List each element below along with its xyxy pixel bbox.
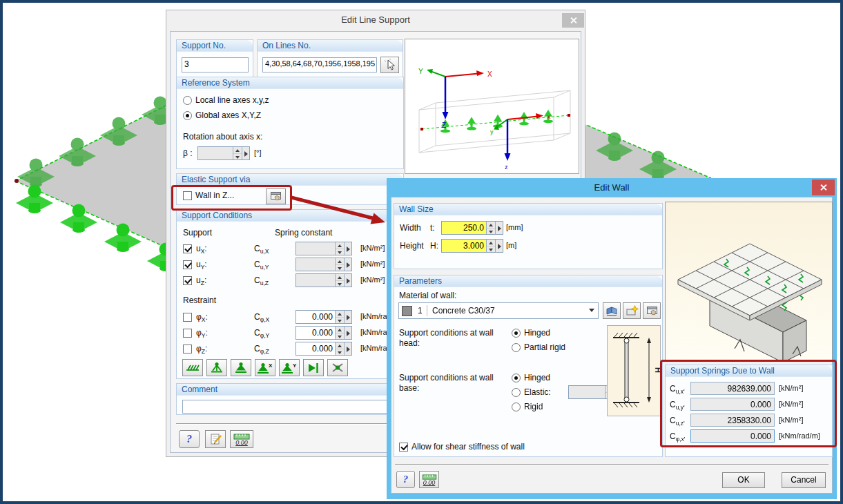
sliding-support-button[interactable] <box>231 359 251 376</box>
material-dropdown[interactable]: 1 Concrete C30/37 <box>398 302 599 319</box>
free-support-button[interactable] <box>327 359 348 376</box>
radio-base-elastic[interactable] <box>512 388 521 397</box>
support-springs-header: Support Springs Due to Wall <box>666 365 832 377</box>
detach-icon[interactable] <box>242 147 249 159</box>
support-no-field[interactable]: 3 <box>182 57 249 72</box>
phiz-label[interactable]: φZ: <box>196 344 207 355</box>
cuy-spinner[interactable] <box>295 258 352 271</box>
close-button[interactable] <box>562 13 584 28</box>
cphiy-spinner[interactable]: 0.000 <box>295 326 352 340</box>
dialog-title: Edit Line Support <box>166 10 585 28</box>
height-spinner[interactable]: 3.000 <box>441 239 503 253</box>
spring-cux-unit: [kN/m²] <box>779 384 803 392</box>
radio-head-hinged-label[interactable]: Hinged <box>524 328 550 338</box>
line-support-preview: X Y Z x y z <box>405 39 579 173</box>
phix-label[interactable]: φX: <box>196 312 208 323</box>
edit-note-icon <box>209 432 222 446</box>
cphiz-spinner[interactable]: 0.000 <box>295 342 352 356</box>
node-point[interactable] <box>14 179 19 183</box>
phix-checkbox[interactable] <box>183 313 192 322</box>
units-settings-button[interactable]: 0.00 <box>419 471 439 488</box>
chevron-down-icon[interactable] <box>586 304 597 318</box>
sliding-x-support-icon: X <box>257 362 273 374</box>
phiy-label[interactable]: φY: <box>196 328 208 339</box>
edit-wall-button[interactable] <box>266 188 286 204</box>
sliding-x-support-button[interactable]: X <box>255 359 275 376</box>
support-conditions-header: Support Conditions <box>177 210 403 222</box>
phiz-checkbox[interactable] <box>183 345 192 353</box>
parameters-group: Parameters Material of wall: 1 Concrete … <box>394 275 663 457</box>
on-lines-field[interactable]: 4,30,58,64,68,70,1956,1958,195 <box>262 57 377 72</box>
svg-text:H: H <box>654 367 660 373</box>
radio-local-axes-label[interactable]: Local line axes x,y,z <box>195 95 269 105</box>
cux-spinner[interactable] <box>295 242 352 255</box>
uy-checkbox[interactable] <box>183 260 192 269</box>
radio-head-partial-rigid[interactable] <box>512 343 521 352</box>
beta-label: β : <box>183 148 193 158</box>
cancel-button[interactable]: Cancel <box>782 472 826 488</box>
edit-material-button[interactable] <box>643 302 661 319</box>
close-button[interactable] <box>812 180 835 195</box>
spin-down-icon[interactable] <box>233 154 242 160</box>
help-button[interactable]: ? <box>396 471 415 488</box>
spring-cuz-unit: [kN/m²] <box>779 416 803 424</box>
ux-label[interactable]: uX: <box>196 244 207 255</box>
uy-label[interactable]: uY: <box>196 260 207 271</box>
select-pointer-icon <box>384 59 396 71</box>
svg-text:Y: Y <box>293 362 297 369</box>
uz-checkbox[interactable] <box>183 276 192 285</box>
beta-unit: [°] <box>254 148 262 157</box>
radio-base-rigid-label[interactable]: Rigid <box>524 402 543 411</box>
spin-up-icon[interactable] <box>233 147 242 154</box>
width-spinner[interactable]: 250.0 <box>441 221 503 235</box>
radio-global-axes[interactable] <box>183 111 192 120</box>
radio-global-axes-label[interactable]: Global axes X,Y,Z <box>195 110 261 120</box>
units-settings-button[interactable]: 0.00 <box>230 430 253 448</box>
line-support-preview-pane: X Y Z x y z <box>405 39 579 174</box>
radio-base-hinged[interactable] <box>512 374 521 382</box>
radio-head-partial-rigid-label[interactable]: Partial rigid <box>524 342 565 352</box>
rotation-label: Rotation about axis x: <box>183 132 262 142</box>
svg-text:X: X <box>487 70 492 78</box>
new-material-button[interactable] <box>623 302 641 319</box>
on-lines-group: On Lines No. 4,30,58,64,68,70,1956,1958,… <box>257 39 403 79</box>
cphix-symbol: Cφ,X <box>254 312 269 323</box>
wall-in-z-checkbox[interactable] <box>183 191 192 200</box>
cuz-spinner[interactable] <box>295 273 352 287</box>
edit-comment-button[interactable] <box>205 430 226 448</box>
beta-spinner[interactable] <box>197 146 250 160</box>
support-conditions-group: Support Conditions Support Spring consta… <box>176 209 404 379</box>
edit-material-dialog-icon <box>646 305 659 317</box>
cux-symbol: Cu,X <box>254 244 269 255</box>
uz-label[interactable]: uZ: <box>196 275 206 287</box>
wall-in-z-label[interactable]: Wall in Z... <box>195 191 234 200</box>
shear-stiffness-checkbox[interactable] <box>399 443 408 452</box>
help-button[interactable]: ? <box>179 430 200 448</box>
ux-checkbox[interactable] <box>183 244 192 253</box>
radio-local-axes[interactable] <box>183 96 192 105</box>
material-library-button[interactable] <box>603 302 621 319</box>
phiy-checkbox[interactable] <box>183 329 192 338</box>
ok-button[interactable]: OK <box>722 472 765 488</box>
cphix-spinner[interactable]: 0.000 <box>295 310 352 324</box>
material-number: 1 <box>418 306 423 316</box>
radio-base-elastic-label[interactable]: Elastic: <box>524 387 551 397</box>
sliding-y-support-button[interactable]: Y <box>279 359 300 376</box>
radio-base-rigid[interactable] <box>512 403 521 411</box>
radio-base-hinged-label[interactable]: Hinged <box>524 373 550 382</box>
parameters-header: Parameters <box>394 275 662 287</box>
shear-stiffness-label[interactable]: Allow for shear stiffness of wall <box>411 442 525 452</box>
hinged-support-button[interactable] <box>206 359 227 376</box>
comment-dropdown[interactable] <box>182 400 399 414</box>
support-no-group: Support No. 3 <box>176 39 253 79</box>
rigid-support-button[interactable] <box>182 359 203 376</box>
units-label: 0.00 <box>233 440 250 445</box>
width-symbol: t: <box>430 223 435 233</box>
cux-unit: [kN/m²] <box>360 244 385 252</box>
select-lines-button[interactable] <box>380 57 399 73</box>
wall-size-group: Wall Size Width t: 250.0 [mm] Height H: … <box>394 203 663 269</box>
close-icon <box>820 184 827 191</box>
radio-head-hinged[interactable] <box>512 329 521 338</box>
column-support: Support <box>183 228 212 238</box>
lateral-support-button[interactable] <box>303 359 324 376</box>
